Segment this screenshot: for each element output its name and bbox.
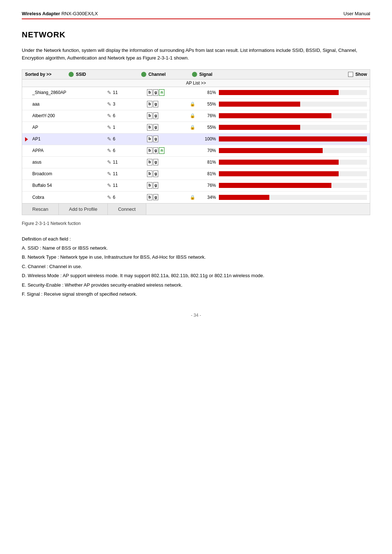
footer-buttons: Rescan Add to Profile Connect <box>22 203 370 215</box>
def-items-list: A. SSID : Name of BSS or IBSS network.B.… <box>22 244 370 298</box>
show-checkbox[interactable] <box>348 72 353 77</box>
channel-icon: ✎ <box>107 136 111 142</box>
row-signal-bar <box>219 160 367 165</box>
table-row[interactable]: Cobra✎6bg🔒34% <box>22 192 370 203</box>
row-signal-percent: 81% <box>198 160 216 165</box>
row-signal-bar-fill <box>219 125 300 130</box>
mode-badge-g: g <box>153 112 159 119</box>
mode-badge-g: g <box>153 182 159 188</box>
row-signal-percent: 76% <box>198 183 216 188</box>
mode-badge-b: b <box>147 147 152 153</box>
mode-badge-b: b <box>147 112 152 119</box>
row-signal-percent: 76% <box>198 113 216 118</box>
product-model: RNX-G300EX/LX <box>61 11 98 16</box>
th-ssid[interactable]: SSID <box>69 72 141 77</box>
row-channel: ✎11 <box>107 159 147 165</box>
row-lock-icon: 🔒 <box>187 125 198 130</box>
row-signal-bar-fill <box>219 195 269 200</box>
row-modes: bg <box>147 194 187 200</box>
row-channel: ✎6 <box>107 148 147 153</box>
mode-badge-b: b <box>147 101 152 107</box>
mode-badge-b: b <box>147 136 152 142</box>
page-number: - 34 - <box>22 313 370 318</box>
definition-item: C. Channel : Channel in use. <box>22 262 370 271</box>
row-signal-bar <box>219 102 367 107</box>
definition-item: F. Signal : Receive signal strength of s… <box>22 290 370 298</box>
th-channel[interactable]: Channel <box>141 72 192 77</box>
table-row[interactable]: aaa✎3bg🔒55% <box>22 99 370 110</box>
header-right: User Manual <box>343 11 370 16</box>
mode-badge-b: b <box>147 124 152 130</box>
row-channel: ✎3 <box>107 101 147 107</box>
row-signal-bar <box>219 148 367 153</box>
add-to-profile-button[interactable]: Add to Profile <box>59 204 108 215</box>
row-lock-icon: 🔒 <box>187 195 198 200</box>
row-signal-bar <box>219 195 367 200</box>
ssid-label: SSID <box>76 72 86 77</box>
row-modes: bg <box>147 101 187 107</box>
row-signal-percent: 55% <box>198 125 216 130</box>
row-signal-percent: 55% <box>198 102 216 107</box>
row-modes: bgn <box>147 89 187 95</box>
row-signal-bar-fill <box>219 102 300 107</box>
selected-arrow-icon <box>25 137 28 141</box>
row-signal-percent: 100% <box>198 136 216 141</box>
row-signal-bar <box>219 90 367 95</box>
th-sorted-by[interactable]: Sorted by >> <box>25 72 69 77</box>
network-table: Sorted by >> SSID Channel Signal Show AP… <box>22 69 370 215</box>
channel-number: 6 <box>113 148 115 153</box>
row-ssid: AlbertY-200 <box>31 113 107 118</box>
mode-badge-b: b <box>147 194 152 200</box>
row-signal-percent: 70% <box>198 148 216 153</box>
table-row[interactable]: _Shiang_2860AP✎11bgn81% <box>22 87 370 99</box>
mode-badge-g: g <box>153 89 159 95</box>
table-row[interactable]: AP✎1bg🔒55% <box>22 122 370 134</box>
channel-number: 11 <box>113 160 118 165</box>
table-row[interactable]: Broadcom✎11bg81% <box>22 168 370 180</box>
mode-badge-g: g <box>153 124 159 130</box>
table-row[interactable]: APPA✎6bgn70% <box>22 145 370 157</box>
product-label: Wireless Adapter <box>22 11 60 16</box>
mode-badge-g: g <box>153 171 159 177</box>
table-row[interactable]: AlbertY-200✎6bg🔒76% <box>22 110 370 122</box>
connect-button[interactable]: Connect <box>108 204 146 215</box>
row-ssid: AP <box>31 125 107 130</box>
definition-item: A. SSID : Name of BSS or IBSS network. <box>22 244 370 252</box>
mode-badge-g: g <box>153 194 159 200</box>
row-channel: ✎6 <box>107 194 147 200</box>
mode-badge-g: g <box>153 136 159 142</box>
row-ssid: asus <box>31 160 107 165</box>
definitions-intro: Definition of each field : <box>22 235 370 243</box>
mode-badge-b: b <box>147 159 152 165</box>
row-modes: bg <box>147 124 187 130</box>
row-channel: ✎6 <box>107 113 147 119</box>
rescan-button[interactable]: Rescan <box>22 204 59 215</box>
channel-icon: ✎ <box>107 171 111 177</box>
row-ssid: AP1 <box>31 136 107 141</box>
signal-label: Signal <box>199 72 212 77</box>
ssid-circle-icon <box>69 72 74 77</box>
definition-item: B. Network Type : Network type in use, I… <box>22 253 370 261</box>
row-signal-percent: 81% <box>198 171 216 176</box>
th-signal[interactable]: Signal <box>192 72 272 77</box>
mode-badge-g: g <box>153 159 159 165</box>
row-modes: bg <box>147 182 187 188</box>
channel-number: 11 <box>113 171 118 176</box>
row-ssid: Broadcom <box>31 171 107 176</box>
channel-number: 1 <box>113 125 115 130</box>
row-ssid: Buffalo 54 <box>31 183 107 188</box>
table-row[interactable]: AP1✎6bg100% <box>22 134 370 145</box>
table-row[interactable]: Buffalo 54✎11bg76% <box>22 180 370 192</box>
row-indicator <box>25 136 31 141</box>
ap-list-label: AP List >> <box>186 81 206 86</box>
table-row[interactable]: asus✎11bg81% <box>22 157 370 168</box>
channel-number: 6 <box>113 195 115 200</box>
row-signal-bar-fill <box>219 171 339 176</box>
channel-icon: ✎ <box>107 194 111 200</box>
row-signal-bar <box>219 136 367 141</box>
row-channel: ✎11 <box>107 171 147 177</box>
channel-icon: ✎ <box>107 124 111 130</box>
row-modes: bg <box>147 159 187 165</box>
row-channel: ✎11 <box>107 182 147 188</box>
row-modes: bg <box>147 171 187 177</box>
